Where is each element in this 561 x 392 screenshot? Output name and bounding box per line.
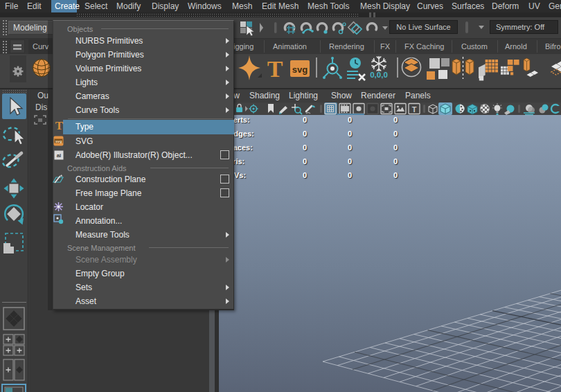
svg-text:svg: svg <box>55 139 62 143</box>
svg-text:ai: ai <box>57 152 62 159</box>
svg-text:T: T <box>267 56 283 82</box>
svg-text:T: T <box>412 105 417 114</box>
svg-text:svg: svg <box>292 64 308 75</box>
svg-text:0,0,0: 0,0,0 <box>370 71 388 79</box>
